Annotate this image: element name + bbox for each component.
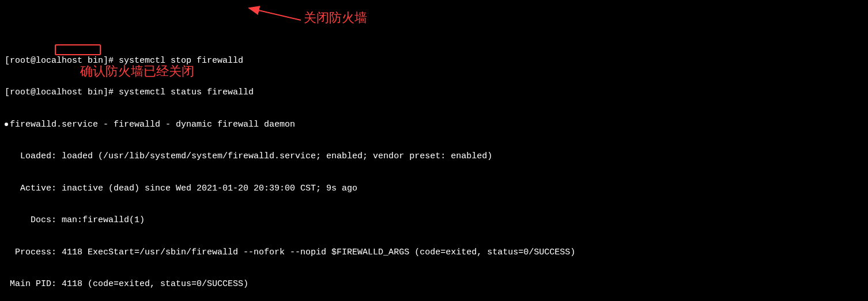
active-state: inactive — [62, 184, 103, 193]
loaded-line: Loaded: loaded (/usr/lib/systemd/system/… — [5, 151, 868, 162]
loaded-value: loaded (/usr/lib/systemd/system/firewall… — [62, 151, 492, 161]
prompt: [root@localhost bin]# — [5, 87, 119, 97]
annotation-close-firewall: 关闭防火墙 — [304, 13, 367, 24]
active-label: Active: — [5, 184, 62, 193]
docs-line: Docs: man:firewalld(1) — [5, 215, 868, 226]
loaded-label: Loaded: — [5, 151, 62, 161]
process-label: Process: — [5, 247, 62, 257]
svg-line-1 — [249, 8, 301, 20]
docs-label: Docs: — [5, 215, 62, 225]
terminal-line: [root@localhost bin]# systemctl status f… — [5, 87, 868, 98]
command: systemctl status firewalld — [119, 87, 254, 97]
active-line: Active: inactive (dead) since Wed 2021-0… — [5, 184, 868, 195]
mainpid-label: Main PID: — [5, 279, 62, 289]
mainpid-value: 4118 (code=exited, status=0/SUCCESS) — [62, 279, 248, 289]
mainpid-line: Main PID: 4118 (code=exited, status=0/SU… — [5, 279, 868, 290]
annotation-confirm-closed: 确认防火墙已经关闭 — [80, 66, 194, 77]
docs-value: man:firewalld(1) — [62, 215, 145, 225]
active-since: since Wed 2021-01-20 20:39:00 CST; 9s ag… — [139, 184, 357, 193]
service-header-line: firewalld.service - firewalld - dynamic … — [5, 120, 868, 131]
service-header: firewalld.service - firewalld - dynamic … — [10, 120, 295, 129]
active-dead: (dead) — [103, 184, 139, 193]
bullet-icon — [5, 123, 8, 126]
highlight-box-inactive — [55, 44, 101, 55]
process-value: 4118 ExecStart=/usr/sbin/firewalld --nof… — [62, 247, 575, 257]
process-line: Process: 4118 ExecStart=/usr/sbin/firewa… — [5, 247, 868, 258]
